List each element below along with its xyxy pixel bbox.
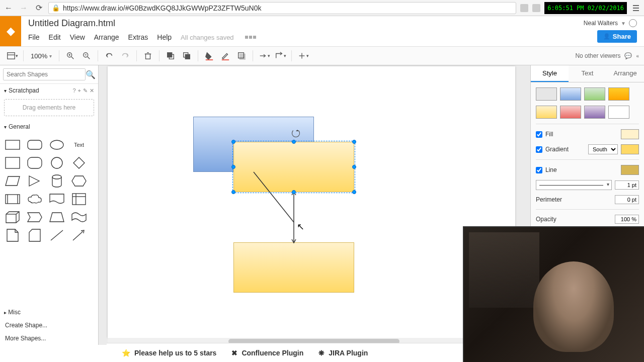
rotate-handle-icon[interactable] xyxy=(292,129,300,137)
drawio-logo-icon[interactable]: ◆ xyxy=(0,16,21,46)
shadow-button[interactable] xyxy=(234,49,249,63)
scratchpad-help-icon[interactable]: ? xyxy=(72,87,75,94)
reload-button[interactable]: ⟳ xyxy=(33,3,44,14)
extension-icon[interactable] xyxy=(520,4,528,12)
to-front-button[interactable] xyxy=(164,49,178,63)
fill-color-button[interactable] xyxy=(202,49,216,63)
collapse-panel-icon[interactable]: « xyxy=(636,53,639,59)
line-color-picker[interactable] xyxy=(621,165,639,175)
scratchpad-close-icon[interactable]: ✕ xyxy=(90,87,94,94)
canvas[interactable]: ↖ xyxy=(108,66,515,338)
tab-text[interactable]: Text xyxy=(569,65,606,82)
shape-trapezoid[interactable] xyxy=(48,210,65,225)
shape-tape[interactable] xyxy=(70,210,88,225)
shape-internal[interactable] xyxy=(70,192,88,207)
menu-view[interactable]: View xyxy=(70,33,85,41)
canvas-shape-yellow-top[interactable] xyxy=(233,142,354,192)
redo-button[interactable] xyxy=(118,49,132,63)
zoom-in-button[interactable] xyxy=(63,49,77,63)
shape-parallelogram[interactable] xyxy=(4,173,21,189)
scratchpad-dropzone[interactable]: Drag elements here xyxy=(4,99,94,116)
rate-link[interactable]: ⭐Please help us to 5 stars xyxy=(122,349,216,357)
general-header[interactable]: General xyxy=(9,123,30,130)
extension-icon[interactable] xyxy=(532,4,540,12)
shape-arrow[interactable] xyxy=(70,228,88,243)
delete-button[interactable] xyxy=(141,49,155,63)
style-swatch[interactable] xyxy=(536,106,557,119)
url-bar[interactable]: 🔒 https://www.draw.io/#G0BzwdKGQ8JJkGWWp… xyxy=(48,2,516,14)
waypoint-button[interactable]: ▾ xyxy=(273,49,287,63)
shape-circle[interactable] xyxy=(48,155,65,170)
shape-document[interactable] xyxy=(48,192,65,207)
shape-text[interactable]: Text xyxy=(70,137,88,152)
search-icon[interactable]: 🔍 xyxy=(86,70,96,79)
back-button[interactable]: ← xyxy=(3,3,14,14)
create-shape-link[interactable]: Create Shape... xyxy=(0,319,98,332)
shape-rounded2[interactable] xyxy=(26,155,43,170)
shape-rounded-rect[interactable] xyxy=(26,137,43,152)
view-mode-button[interactable]: ▾ xyxy=(5,49,19,63)
share-button[interactable]: Share xyxy=(597,30,637,43)
line-style-select[interactable] xyxy=(536,180,612,190)
menu-edit[interactable]: Edit xyxy=(49,33,61,41)
globe-icon[interactable] xyxy=(629,19,637,27)
tab-arrange[interactable]: Arrange xyxy=(606,65,644,82)
canvas-shape-yellow-bottom[interactable] xyxy=(233,242,354,293)
style-swatch[interactable] xyxy=(608,87,629,101)
shape-card[interactable] xyxy=(26,228,43,243)
zoom-out-button[interactable] xyxy=(79,49,94,63)
shape-step[interactable] xyxy=(26,210,43,225)
undo-button[interactable] xyxy=(102,49,116,63)
menu-file[interactable]: File xyxy=(28,33,40,41)
opacity-input[interactable] xyxy=(615,215,639,224)
scratchpad-header[interactable]: Scratchpad xyxy=(9,87,39,94)
shape-cube[interactable] xyxy=(4,210,21,225)
insert-button[interactable]: ▾ xyxy=(296,49,310,63)
style-swatch[interactable] xyxy=(560,106,581,119)
perimeter-input[interactable] xyxy=(615,195,639,204)
shape-cloud[interactable] xyxy=(26,192,43,207)
gradient-direction-select[interactable]: South xyxy=(588,144,618,154)
tab-style[interactable]: Style xyxy=(531,65,569,82)
menu-arrange[interactable]: Arrange xyxy=(94,33,119,41)
document-title[interactable]: Untitled Diagram.html xyxy=(28,18,115,29)
gradient-checkbox[interactable] xyxy=(536,146,542,153)
canvas-connector[interactable] xyxy=(108,66,515,338)
hamburger-icon[interactable] xyxy=(631,3,641,13)
shape-line[interactable] xyxy=(48,228,65,243)
line-checkbox[interactable] xyxy=(536,167,542,173)
search-input[interactable] xyxy=(3,68,86,80)
menu-extras[interactable]: Extras xyxy=(128,33,148,41)
gradient-color-picker[interactable] xyxy=(621,144,639,154)
shape-rect2[interactable] xyxy=(4,155,21,170)
shape-triangle[interactable] xyxy=(26,173,43,189)
style-swatch[interactable] xyxy=(584,87,605,101)
scratchpad-edit-icon[interactable]: ✎ xyxy=(83,87,88,94)
fill-color-picker[interactable] xyxy=(621,129,639,139)
jira-link[interactable]: ❋JIRA Plugin xyxy=(318,349,368,357)
misc-header[interactable]: Misc xyxy=(8,309,21,316)
to-back-button[interactable] xyxy=(180,49,194,63)
scratchpad-add-icon[interactable]: + xyxy=(78,87,81,94)
chat-icon[interactable]: 💬 xyxy=(624,52,632,59)
line-color-button[interactable] xyxy=(218,49,232,63)
shape-cylinder[interactable] xyxy=(48,173,65,189)
shape-note[interactable] xyxy=(4,228,21,243)
menu-help[interactable]: Help xyxy=(157,33,172,41)
style-swatch[interactable] xyxy=(584,106,605,119)
line-width-input[interactable] xyxy=(615,180,639,190)
shape-diamond[interactable] xyxy=(70,155,88,170)
user-name[interactable]: Neal Walters xyxy=(584,20,618,27)
shape-rect[interactable] xyxy=(4,137,21,152)
style-swatch[interactable] xyxy=(560,87,581,101)
shape-process[interactable] xyxy=(4,192,21,207)
shape-hexagon[interactable] xyxy=(70,173,88,189)
fill-checkbox[interactable] xyxy=(536,131,542,138)
style-swatch[interactable] xyxy=(608,106,629,119)
more-shapes-link[interactable]: More Shapes... xyxy=(0,332,98,345)
style-swatch[interactable] xyxy=(536,87,557,101)
confluence-link[interactable]: ✖Confluence Plugin xyxy=(231,349,303,357)
connection-button[interactable]: ▾ xyxy=(257,49,271,63)
zoom-select[interactable]: 100%▾ xyxy=(28,52,55,60)
shape-ellipse[interactable] xyxy=(48,137,65,152)
